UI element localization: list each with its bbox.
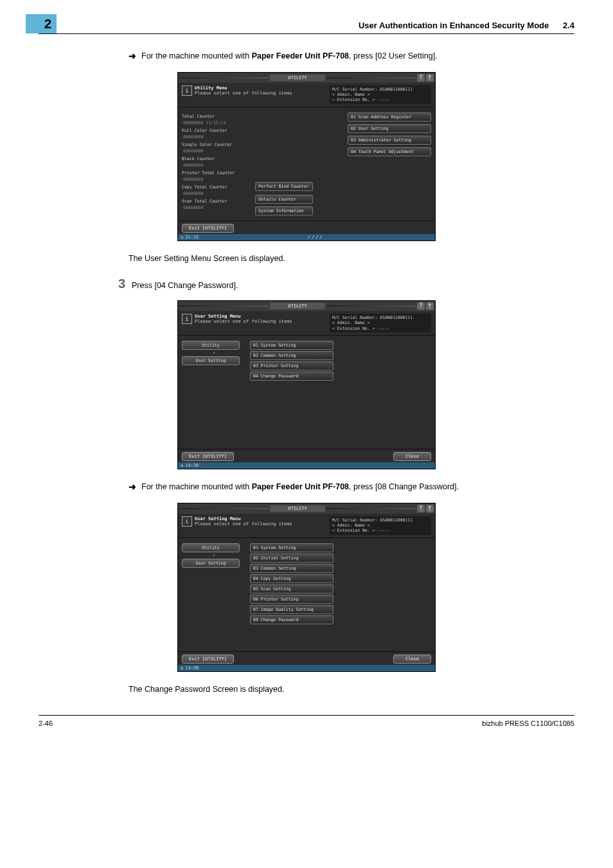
full-color-label: Full Color Counter [182,128,251,133]
common-setting-button[interactable]: 03 Common Setting [250,564,333,573]
perfect-bind-button[interactable]: Perfect Bind Counter [255,182,313,191]
scan-total-value: 00000000 [183,205,251,210]
machine-info: M/C Serial Number: A5AN011000111 < Admin… [330,516,431,535]
serial-number: M/C Serial Number: A5AN011000111 [332,518,429,523]
change-password-button[interactable]: 04 Change Password [250,372,333,381]
single-color-value: 00000000 [183,149,251,154]
header-title-text: User Authentication in Enhanced Security… [359,21,549,30]
help-icon[interactable]: ? [417,302,425,310]
admin-name: < Admin. Name > [332,92,429,97]
counter-panel: Total Counter 00000000 11/15/13 Full Col… [182,113,251,215]
close-button[interactable]: Close [393,452,431,461]
panel-title: User Setting Menu [195,314,292,319]
scan-total-label: Scan Total Counter [182,199,251,204]
chevron-down-icon: ▾ [182,350,246,356]
page-footer: 2-46 bizhub PRESS C1100/C1085 [39,715,574,727]
exit-utility-button[interactable]: Exit [UTILITY] [182,655,234,664]
exit-utility-button[interactable]: Exit [UTILITY] [182,224,234,233]
panel-tab[interactable]: UTILITY [270,303,325,309]
breadcrumb-user-setting[interactable]: User Setting [182,356,240,365]
system-setting-button[interactable]: 01 System Setting [250,341,333,350]
bullet-2: ➜ For the machine mounted with Paper Fee… [129,481,549,494]
printer-total-label: Printer Total Counter [182,170,251,176]
full-color-value: 00000000 [183,134,251,140]
total-counter-value: 00000000 11/15/13 [183,120,251,125]
image-quality-setting-button[interactable]: 07 Image Quality Setting [250,605,333,614]
scan-address-register-button[interactable]: 01 Scan Address Register [348,113,431,122]
close-button[interactable]: Close [393,655,431,664]
step-3-text: Press [04 Change Password]. [132,281,238,290]
page-header: 2 User Authentication in Enhanced Securi… [39,19,574,34]
user-setting-button[interactable]: 02 User Setting [348,124,431,133]
clock-icon: ◷ [181,665,183,671]
panel-subtitle: Please select one of following items [195,91,292,96]
bullet1-pre: For the machine mounted with [141,51,252,60]
bullet1-post: , press [02 User Setting]. [349,51,438,60]
chapter-number: 2 [26,14,57,33]
footer-product: bizhub PRESS C1100/C1085 [482,719,574,727]
administrator-setting-button[interactable]: 03 Administrator Setting [348,136,431,145]
info-icon: i [182,314,192,324]
machine-info: M/C Serial Number: A5AN011000111 < Admin… [330,314,431,332]
header-title: User Authentication in Enhanced Security… [359,21,574,30]
extension-no: < Extension No. > ----- [332,528,429,533]
breadcrumb-utility[interactable]: Utility [182,543,240,552]
info-icon: i [182,516,192,527]
panel-time: 21:15 [185,235,199,240]
screenshot-user-setting-8items: UTILITY ? † i User Setting Menu Please s… [177,503,436,672]
accessibility-icon[interactable]: † [426,74,434,82]
total-counter-label: Total Counter [182,114,251,119]
exit-utility-button[interactable]: Exit [UTILITY] [182,452,234,461]
screenshot-utility-menu: UTILITY ? † i Utility Menu Please select… [177,72,436,241]
breadcrumb-utility[interactable]: Utility [182,341,240,350]
help-icon[interactable]: ? [417,74,425,82]
bullet2-post: , press [08 Change Password]. [349,482,459,491]
chevron-down-icon: ▾ [182,553,246,558]
common-setting-button[interactable]: 02 Common Setting [250,351,333,360]
panel-title: Utility Menu [195,86,292,91]
after-ss1-text: The User Setting Menu Screen is displaye… [129,253,549,265]
screenshot-user-setting-4items: UTILITY ? † i User Setting Menu Please s… [177,300,436,469]
help-icon[interactable]: ? [417,505,425,512]
bullet1-bold: Paper Feeder Unit PF-708 [252,51,349,60]
extension-no: < Extension No. > ----- [332,97,429,102]
printer-setting-button[interactable]: 06 Printer Setting [250,595,333,604]
serial-number: M/C Serial Number: A5AN011000111 [332,87,429,92]
accessibility-icon[interactable]: † [426,505,434,512]
details-counter-button[interactable]: Details Counter [255,195,313,204]
printer-total-value: 00000000 [183,177,251,182]
change-password-button[interactable]: 08 Change Password [250,615,333,624]
panel-tab[interactable]: UTILITY [270,75,325,81]
arrow-icon: ➜ [129,50,136,63]
clock-icon: ◷ [181,463,183,468]
system-setting-button[interactable]: 01 System Setting [250,543,333,552]
initial-setting-button[interactable]: 02 Initial Setting [250,554,333,563]
status-center: //// [199,235,432,240]
copy-total-label: Copy Total Counter [182,185,251,190]
copy-setting-button[interactable]: 04 Copy Setting [250,574,333,583]
clock-icon: ◷ [181,235,183,240]
panel-tab[interactable]: UTILITY [270,505,325,512]
after-ss3-text: The Change Password Screen is displayed. [129,683,549,696]
panel-time: 14:30 [185,665,199,671]
panel-time: 14:30 [185,463,199,468]
breadcrumb-user-setting[interactable]: User Setting [182,559,240,568]
system-info-button[interactable]: System Information [255,206,313,215]
panel-title: User Setting Menu [195,516,292,521]
accessibility-icon[interactable]: † [426,302,434,310]
admin-name: < Admin. Name > [332,320,429,325]
step-3-number: 3 [100,276,125,291]
panel-subtitle: Please select one of following items [195,521,292,527]
bullet2-pre: For the machine mounted with [141,482,252,491]
black-label: Black Counter [182,156,251,161]
arrow-icon: ➜ [129,481,136,494]
printer-setting-button[interactable]: 03 Printer Setting [250,361,333,370]
black-value: 00000000 [183,163,251,168]
single-color-label: Single Color Counter [182,142,251,147]
serial-number: M/C Serial Number: A5AN011000111 [332,315,429,320]
touch-panel-adjustment-button[interactable]: 04 Touch Panel Adjustment [348,147,431,156]
scan-setting-button[interactable]: 05 Scan Setting [250,584,333,593]
machine-info: M/C Serial Number: A5AN011000111 < Admin… [330,86,431,104]
bullet2-bold: Paper Feeder Unit PF-708 [252,482,349,491]
extension-no: < Extension No. > ----- [332,326,429,331]
